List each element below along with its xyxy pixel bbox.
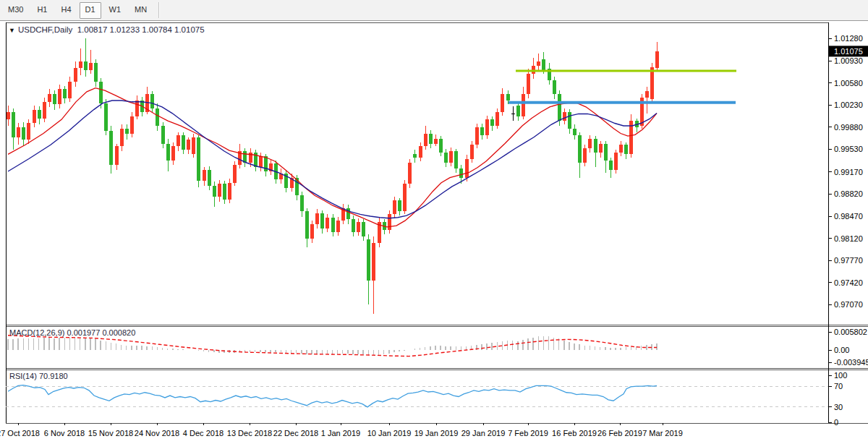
chart-window[interactable]: 1.012801.009301.005801.002300.998800.995… — [0, 21, 868, 444]
axis-tick-label: 0.99880 — [834, 123, 863, 132]
axis-tick-label: 1.00580 — [834, 79, 863, 87]
axis-tick-label: 0 — [834, 418, 838, 427]
axis-tick-label: 15 Nov 2018 — [88, 429, 133, 437]
axis-tick-label: 27 Oct 2018 — [0, 429, 40, 437]
rsi-axis[interactable]: 10070300 — [828, 371, 847, 427]
macd-histogram — [8, 336, 657, 355]
axis-tick-label: 0.005802 — [834, 328, 867, 336]
rsi-indicator-label: RSI(14) 70.9180 — [9, 372, 68, 380]
timeframe-button-m30[interactable]: M30 — [2, 2, 29, 19]
toolbar-separator — [158, 2, 160, 18]
candles-layer — [7, 38, 659, 313]
axis-tick-label: 13 Dec 2018 — [227, 429, 272, 437]
axis-tick-label: 0.00 — [834, 346, 849, 354]
price-axis[interactable]: 1.012801.009301.005801.002300.998800.995… — [828, 34, 863, 309]
axis-tick-label: 7 Feb 2019 — [508, 429, 548, 437]
axis-tick-label: 10 Jan 2019 — [367, 429, 412, 437]
chart-title: ▼USDCHF,Daily 1.00817 1.01233 1.00784 1.… — [9, 25, 205, 34]
axis-tick-label: 4 Dec 2018 — [183, 429, 224, 437]
axis-tick-label: 16 Feb 2019 — [552, 429, 597, 437]
axis-tick-label: 0.97070 — [834, 300, 863, 309]
axis-tick-label: 24 Nov 2018 — [135, 429, 179, 437]
axis-tick-label: 0.97420 — [834, 278, 863, 287]
axis-tick-label: 1.00230 — [834, 101, 863, 109]
axis-tick-label: 19 Jan 2019 — [414, 429, 459, 437]
axis-tick-label: 100 — [834, 371, 847, 380]
axis-tick-label: 70 — [834, 382, 843, 390]
axis-tick-label: 26 Feb 2019 — [597, 429, 642, 437]
panel-frame — [6, 22, 868, 423]
last-price-badge: 1.01075 — [829, 46, 868, 56]
timeframe-toolbar: M30 H1 H4 D1 W1 MN — [0, 0, 868, 21]
axis-tick-label: 7 Mar 2019 — [642, 429, 683, 437]
axis-tick-label: 0.98120 — [834, 234, 863, 243]
axis-tick-label: 22 Dec 2018 — [273, 429, 318, 437]
axis-tick-label: 0.99530 — [834, 145, 863, 153]
timeframe-button-d1[interactable]: D1 — [80, 2, 101, 19]
axis-tick-label: 29 Jan 2019 — [461, 429, 506, 437]
axis-tick-label: -0.003945 — [834, 358, 868, 367]
rsi-line — [8, 385, 657, 407]
axis-tick-label: 0.97770 — [834, 256, 863, 265]
axis-tick-label: 0.99170 — [834, 168, 863, 176]
macd-indicator-label: MACD(12,26,9) 0.001977 0.000820 — [9, 328, 135, 337]
axis-tick-label: 1 Jan 2019 — [321, 429, 360, 437]
chart-title-ohlc: 1.00817 1.01233 1.00784 1.01075 — [77, 25, 205, 34]
timeframe-button-w1[interactable]: W1 — [103, 2, 127, 19]
timeframe-button-mn[interactable]: MN — [129, 2, 153, 19]
axis-tick-label: 30 — [834, 403, 843, 411]
macd-axis[interactable]: 0.0058020.00-0.003945 — [828, 328, 868, 367]
rsi-level-lines — [6, 386, 828, 407]
axis-tick-label: 1.01280 — [834, 34, 863, 43]
timeframe-button-h1[interactable]: H1 — [31, 2, 53, 19]
last-price-value: 1.01075 — [834, 47, 863, 56]
timeframe-button-h4[interactable]: H4 — [55, 2, 77, 19]
axis-tick-label: 0.98820 — [834, 189, 863, 198]
axis-tick-label: 1.00930 — [834, 56, 863, 65]
symbol-dropdown-icon[interactable]: ▼ — [9, 27, 15, 34]
axis-tick-label: 0.98470 — [834, 212, 863, 221]
chart-canvas[interactable]: 1.012801.009301.005801.002300.998800.995… — [0, 21, 868, 444]
chart-title-symbol: USDCHF,Daily — [18, 25, 72, 34]
time-axis[interactable]: 27 Oct 20186 Nov 201815 Nov 201824 Nov 2… — [0, 423, 683, 437]
axis-tick-label: 6 Nov 2018 — [44, 429, 85, 437]
